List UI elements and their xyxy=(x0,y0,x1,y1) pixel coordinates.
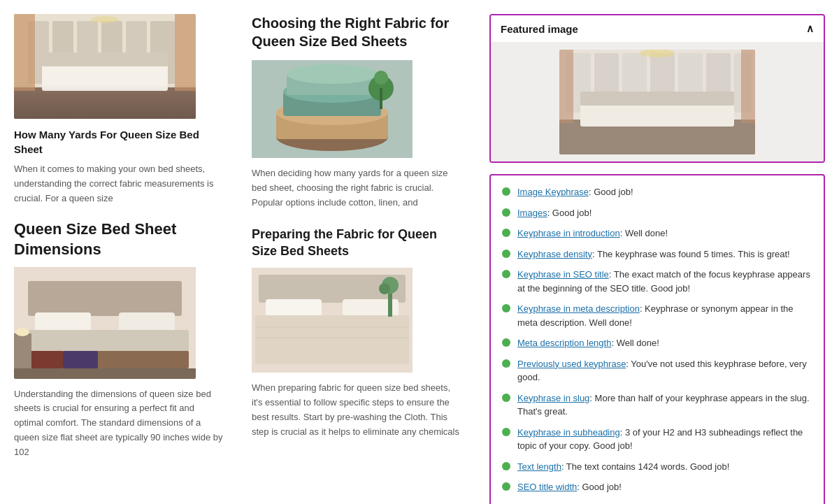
seo-status-dot xyxy=(502,338,510,347)
seo-status-dot xyxy=(502,482,510,491)
right-column: Featured image ∧ xyxy=(475,7,839,504)
svg-rect-7 xyxy=(14,87,196,119)
left-column: How Many Yards For Queen Size Bed Sheet … xyxy=(0,7,238,504)
seo-item-text: Images: Good job! xyxy=(517,206,591,220)
seo-status-dot xyxy=(502,208,510,217)
svg-point-22 xyxy=(15,328,29,336)
article-1-title: How Many Yards For Queen Size Bed Sheet xyxy=(14,127,224,157)
featured-image-preview xyxy=(559,50,755,154)
seo-item: Previously used keyphrase: You've not us… xyxy=(502,357,812,384)
seo-item-link[interactable]: Meta description length xyxy=(517,338,611,348)
svg-rect-56 xyxy=(580,92,734,106)
article-card-2: Queen Size Bed Sheet Dimensions xyxy=(14,219,224,459)
seo-item-text: Keyphrase in subheading: 3 of your H2 an… xyxy=(517,426,812,453)
seo-item-description: : Well done! xyxy=(611,338,659,348)
seo-item-description: : The text contains 1424 words. Good job… xyxy=(561,461,729,472)
seo-item-link[interactable]: SEO title width xyxy=(517,482,577,492)
seo-item-link[interactable]: Images xyxy=(517,208,547,218)
featured-image-body xyxy=(491,43,824,161)
seo-item-description: : Good job! xyxy=(547,208,592,218)
svg-rect-55 xyxy=(580,102,734,127)
section-1: Choosing the Right Fabric for Queen Size… xyxy=(252,14,461,210)
section-2: Preparing the Fabric for Queen Size Bed … xyxy=(252,226,461,439)
svg-rect-10 xyxy=(14,14,35,91)
seo-item-text: Keyphrase density: The keyphrase was fou… xyxy=(517,247,790,261)
section-1-heading: Choosing the Right Fabric for Queen Size… xyxy=(252,14,461,50)
seo-item: Keyphrase in introduction: Well done! xyxy=(502,226,812,240)
seo-item-link[interactable]: Keyphrase density xyxy=(517,249,592,259)
seo-item: Keyphrase density: The keyphrase was fou… xyxy=(502,247,812,261)
seo-item-text: Previously used keyphrase: You've not us… xyxy=(517,357,812,384)
seo-item: Image Keyphrase: Good job! xyxy=(502,185,812,199)
featured-image-header[interactable]: Featured image ∧ xyxy=(491,15,824,43)
svg-point-31 xyxy=(287,64,378,84)
svg-rect-21 xyxy=(14,333,31,368)
section-2-image xyxy=(252,268,413,373)
seo-items-list: Image Keyphrase: Good job!Images: Good j… xyxy=(502,185,812,494)
seo-status-dot xyxy=(502,270,510,278)
seo-item: Keyphrase in slug: More than half of you… xyxy=(502,391,812,419)
seo-item-link[interactable]: Keyphrase in meta description xyxy=(517,303,640,314)
article-card-1: How Many Yards For Queen Size Bed Sheet … xyxy=(14,14,224,206)
section-2-heading: Preparing the Fabric for Queen Size Bed … xyxy=(252,226,461,259)
seo-status-dot xyxy=(502,462,510,470)
svg-rect-8 xyxy=(42,63,168,91)
svg-rect-11 xyxy=(175,14,196,91)
article-image-1 xyxy=(14,14,196,119)
seo-status-dot xyxy=(502,250,510,258)
seo-item-link[interactable]: Keyphrase in slug xyxy=(517,393,589,403)
seo-item-text: Keyphrase in meta description: Keyphrase… xyxy=(517,302,812,329)
section-2-body: When preparing fabric for queen size bed… xyxy=(252,381,461,439)
seo-item-link[interactable]: Text length xyxy=(517,461,561,472)
svg-point-44 xyxy=(379,283,390,294)
seo-item-link[interactable]: Previously used keyphrase xyxy=(517,359,626,369)
article-2-heading: Queen Size Bed Sheet Dimensions xyxy=(14,219,224,259)
seo-item-description: : Good job! xyxy=(589,187,633,197)
svg-rect-58 xyxy=(559,50,573,123)
seo-item: Keyphrase in meta description: Keyphrase… xyxy=(502,302,812,329)
seo-item-text: Text length: The text contains 1424 word… xyxy=(517,460,729,474)
collapse-icon[interactable]: ∧ xyxy=(806,22,814,35)
section-1-image xyxy=(252,60,413,158)
seo-item-text: Keyphrase in introduction: Well done! xyxy=(517,226,668,240)
seo-item: Keyphrase in subheading: 3 of your H2 an… xyxy=(502,426,812,453)
seo-item: SEO title width: Good job! xyxy=(502,480,812,494)
svg-rect-59 xyxy=(741,50,755,123)
seo-status-dot xyxy=(502,428,510,436)
svg-point-12 xyxy=(91,16,119,23)
seo-item: Meta description length: Well done! xyxy=(502,336,812,350)
seo-status-dot xyxy=(502,359,510,368)
featured-image-title: Featured image xyxy=(501,23,578,35)
seo-item: Text length: The text contains 1424 word… xyxy=(502,460,812,474)
article-1-body: When it comes to making your own bed she… xyxy=(14,162,224,206)
svg-rect-34 xyxy=(380,88,382,109)
seo-item-text: Image Keyphrase: Good job! xyxy=(517,185,633,199)
seo-status-dot xyxy=(502,394,510,402)
seo-item-link[interactable]: Keyphrase in introduction xyxy=(517,228,620,238)
seo-status-dot xyxy=(502,304,510,312)
svg-rect-9 xyxy=(42,52,168,66)
article-image-2 xyxy=(14,267,196,379)
seo-item-description: : Good job! xyxy=(577,482,622,492)
seo-item: Images: Good job! xyxy=(502,206,812,220)
svg-rect-14 xyxy=(28,281,182,316)
svg-rect-20 xyxy=(63,351,98,368)
seo-item-link[interactable]: Image Keyphrase xyxy=(517,187,589,197)
seo-item-description: : The keyphrase was found 5 times. This … xyxy=(592,249,790,259)
article-2-body: Understanding the dimensions of queen si… xyxy=(14,387,224,460)
seo-item-text: SEO title width: Good job! xyxy=(517,480,622,494)
section-1-body: When deciding how many yards for a queen… xyxy=(252,166,461,210)
seo-item-text: Meta description length: Well done! xyxy=(517,336,659,350)
seo-item: Keyphrase in SEO title: The exact match … xyxy=(502,268,812,295)
seo-item-link[interactable]: Keyphrase in subheading xyxy=(517,427,620,438)
seo-status-dot xyxy=(502,187,510,196)
seo-item-text: Keyphrase in SEO title: The exact match … xyxy=(517,268,812,295)
svg-rect-39 xyxy=(255,315,409,364)
seo-item-link[interactable]: Keyphrase in SEO title xyxy=(517,269,609,280)
seo-item-description: : Well done! xyxy=(620,228,668,238)
middle-column: Choosing the Right Fabric for Queen Size… xyxy=(238,7,475,504)
svg-rect-23 xyxy=(14,368,196,379)
svg-point-33 xyxy=(374,71,388,85)
seo-status-dot xyxy=(502,229,510,237)
seo-panel: Image Keyphrase: Good job!Images: Good j… xyxy=(489,174,825,504)
